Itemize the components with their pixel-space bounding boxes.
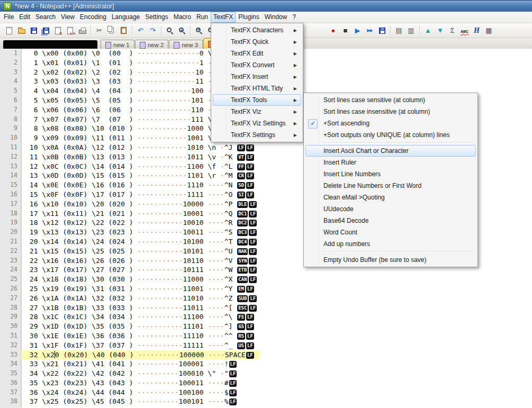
menu-item-insert-ascii-chart-or-character[interactable]: Insert Ascii Chart or Character: [305, 145, 476, 157]
eol-badge: LF: [246, 323, 254, 330]
doc-switcher-icon[interactable]: ▥: [405, 25, 417, 36]
doc-monitor-icon[interactable]: ▤: [393, 25, 404, 36]
save-all-icon[interactable]: [40, 25, 51, 36]
menu-textfx[interactable]: TextFX: [211, 12, 236, 23]
menu-file[interactable]: File: [1, 12, 16, 23]
menu-item-textfx-viz[interactable]: TextFX Viz▶: [213, 106, 301, 117]
editor-line[interactable]: 28 27 \x1B (0x1B) \33 (033 ) ···········…: [0, 303, 532, 313]
submenu-arrow-icon: ▶: [294, 28, 297, 33]
menu-item-delete-line-numbers-or-first-word[interactable]: Delete Line Numbers or First Word: [305, 180, 476, 192]
menu-edit[interactable]: Edit: [16, 12, 33, 23]
control-char-badge: CR: [237, 173, 245, 179]
line-text: 33 \x21 (0x21) \41 (041 ) ··········1000…: [21, 359, 242, 369]
save-icon[interactable]: [28, 25, 39, 36]
open-file-icon[interactable]: [16, 25, 27, 36]
control-char-badge: FF: [237, 164, 245, 170]
menu-run[interactable]: Run: [194, 12, 211, 23]
menu-item-clean-email-quoting[interactable]: Clean eMail >Quoting: [305, 192, 476, 203]
menu-item-insert-line-numbers[interactable]: Insert Line Numbers: [305, 168, 476, 180]
paste-icon[interactable]: [118, 25, 129, 36]
editor-line[interactable]: 35 34 \x22 (0x22) \42 (042 ) ··········1…: [0, 369, 532, 378]
record-macro-icon[interactable]: ●: [328, 25, 339, 36]
redo-icon[interactable]: ↷: [147, 25, 158, 36]
eol-badge: LF: [246, 164, 254, 170]
menu-item-textfx-insert[interactable]: TextFX Insert▶: [213, 71, 301, 83]
menu-item-sort-ascending[interactable]: ✓+Sort ascending: [305, 117, 476, 129]
spell-check-icon[interactable]: ABC: [459, 25, 470, 36]
menu-item-word-count[interactable]: Word Count: [305, 226, 476, 238]
html-tag-icon[interactable]: H: [471, 25, 482, 36]
editor-line[interactable]: 27 26 \x1A (0x1A) \32 (032 ) ···········…: [0, 294, 532, 303]
editor-line[interactable]: 26 25 \x19 (0x19) \31 (031 ) ···········…: [0, 284, 532, 294]
menu-view[interactable]: View: [58, 12, 77, 23]
menu-item-sort-lines-case-sensitive-at-column[interactable]: Sort lines case sensitive (at column): [305, 94, 476, 106]
line-number: 2: [0, 58, 21, 68]
sort-descending-icon[interactable]: ▼: [435, 25, 446, 36]
menu-item-textfx-edit[interactable]: TextFX Edit▶: [213, 48, 301, 59]
menu-language[interactable]: Language: [109, 12, 142, 23]
control-char-badge: SO: [237, 182, 245, 189]
save-macro-icon[interactable]: [376, 25, 387, 36]
menu-item-textfx-quick[interactable]: TextFX Quick▶: [213, 36, 301, 48]
close-icon[interactable]: [52, 25, 64, 36]
undo-icon[interactable]: ↶: [135, 25, 146, 36]
editor-line[interactable]: 36 35 \x23 (0x23) \43 (043 ) ··········1…: [0, 378, 532, 388]
sum-icon[interactable]: Σ: [447, 25, 458, 36]
print-icon[interactable]: [77, 25, 88, 36]
editor-line[interactable]: 34 33 \x21 (0x21) \41 (041 ) ··········1…: [0, 359, 532, 369]
menu-item-textfx-html-tidy[interactable]: TextFX HTML Tidy▶: [213, 83, 301, 94]
line-number: 4: [0, 77, 21, 86]
cut-icon[interactable]: ✂: [94, 25, 105, 36]
new-file-icon[interactable]: [4, 25, 15, 36]
menu-item-textfx-characters[interactable]: TextFX Characters▶: [213, 24, 301, 36]
eol-badge: LF: [246, 286, 254, 293]
zoom-in-icon[interactable]: [193, 25, 204, 36]
line-number: 30: [0, 322, 21, 331]
editor-line[interactable]: 29 28 \x1C (0x1C) \34 (034 ) ···········…: [0, 312, 532, 322]
menu-item-textfx-viz-settings[interactable]: TextFX Viz Settings▶: [213, 117, 301, 129]
editor-line[interactable]: 31 30 \x1E (0x1E) \36 (036 ) ···········…: [0, 331, 532, 341]
menu-item-base64-decode[interactable]: Base64 Decode: [305, 215, 476, 226]
menu-macro[interactable]: Macro: [171, 12, 194, 23]
menu-item-sort-outputs-only-unique-at-column-lines[interactable]: +Sort outputs only UNIQUE (at column) li…: [305, 129, 476, 141]
line-text: 20 \x14 (0x14) \24 (024 ) ···········101…: [21, 237, 263, 247]
editor-line[interactable]: 32 31 \x1F (0x1F) \37 (037 ) ···········…: [0, 341, 532, 350]
control-char-badge: ESC: [237, 305, 248, 312]
menu-item-textfx-convert[interactable]: TextFX Convert▶: [213, 59, 301, 71]
menu-item-textfx-settings[interactable]: TextFX Settings▶: [213, 129, 301, 141]
plugin-grid-icon[interactable]: ▦: [483, 25, 494, 36]
eol-badge: LF: [249, 248, 257, 255]
menu-encoding[interactable]: Encoding: [77, 12, 109, 23]
editor-line[interactable]: 37 36 \x24 (0x24) \44 (044 ) ··········1…: [0, 388, 532, 397]
menu-item-insert-ruler[interactable]: Insert Ruler: [305, 157, 476, 168]
menu-item-textfx-tools[interactable]: TextFX Tools▶: [213, 94, 301, 106]
eol-badge: LF: [229, 380, 237, 387]
menu-plugins[interactable]: Plugins: [236, 12, 262, 23]
menu-item-sort-lines-case-insensitive-at-column[interactable]: Sort lines case insensitive (at column): [305, 106, 476, 117]
menu-help[interactable]: ?: [290, 12, 299, 23]
close-all-icon[interactable]: [65, 25, 76, 36]
menu-item-empty-undo-buffer-be-sure-to-save[interactable]: Empty Undo Buffer (be sure to save): [305, 254, 476, 266]
copy-icon[interactable]: [106, 25, 117, 36]
menu-search[interactable]: Search: [33, 12, 58, 23]
menu-item-uudecode[interactable]: UUdecode: [305, 203, 476, 215]
find-icon[interactable]: [164, 25, 175, 36]
replace-icon[interactable]: [176, 25, 187, 36]
toolbar-separator: [132, 26, 132, 35]
control-char-badge: DC1: [237, 211, 248, 217]
run-macro-multiple-icon[interactable]: ▶▶: [364, 25, 375, 36]
stop-macro-icon[interactable]: ■: [340, 25, 351, 36]
menu-settings[interactable]: Settings: [142, 12, 170, 23]
toolbar-separator: [161, 26, 161, 35]
editor-line[interactable]: 33 32 \x20 (0x20) \40 (040 ) ··········1…: [0, 350, 532, 360]
play-macro-icon[interactable]: ▶: [352, 25, 363, 36]
menu-window[interactable]: Window: [262, 12, 290, 23]
title-bar[interactable]: N *new 4 - Notepad++ [Administrator]: [0, 0, 532, 12]
editor-line[interactable]: 25 24 \x18 (0x18) \30 (030 ) ···········…: [0, 275, 532, 284]
editor-line[interactable]: 30 29 \x1D (0x1D) \35 (035 ) ···········…: [0, 322, 532, 331]
sort-ascending-icon[interactable]: ▲: [422, 25, 434, 36]
editor-line[interactable]: 38 37 \x25 (0x25) \45 (045 ) ··········1…: [0, 397, 532, 406]
line-text: 10 \x0A (0x0A) \12 (012 ) ············10…: [21, 143, 260, 152]
menu-item-add-up-numbers[interactable]: Add up numbers: [305, 238, 476, 250]
line-number: 13: [0, 162, 21, 171]
